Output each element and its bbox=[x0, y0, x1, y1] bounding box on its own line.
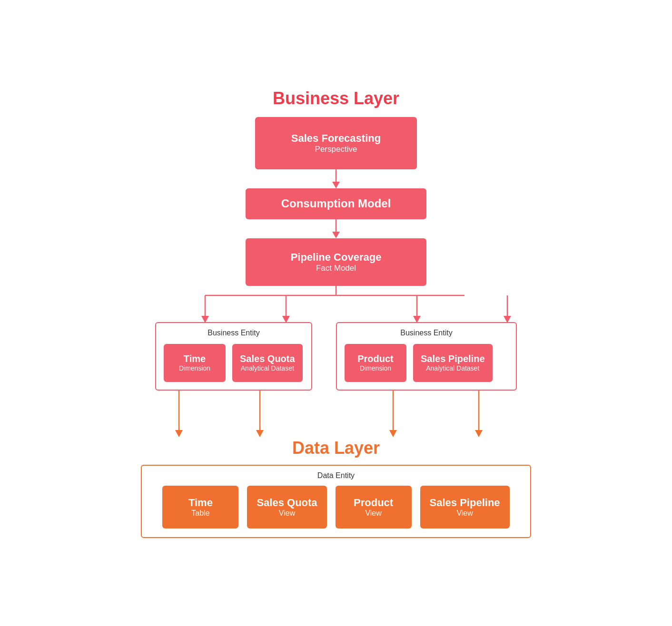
perspective-box: Sales Forecasting Perspective bbox=[255, 117, 417, 169]
data-entity-label: Data Entity bbox=[151, 471, 521, 480]
svg-marker-19 bbox=[256, 430, 264, 437]
data-layer-title: Data Layer bbox=[292, 438, 380, 458]
svg-marker-1 bbox=[332, 182, 340, 188]
data-entity-container: Data Entity Time Table Sales Quota View … bbox=[141, 465, 531, 538]
be-time-title: Time bbox=[184, 353, 206, 364]
be-sales-pipeline: Sales Pipeline Analytical Dataset bbox=[413, 344, 493, 382]
business-entity-row: Business Entity Time Dimension Sales Quo… bbox=[155, 322, 517, 391]
data-sales-pipeline-subtitle: View bbox=[456, 509, 473, 518]
be-sales-quota: Sales Quota Analytical Dataset bbox=[232, 344, 303, 382]
diagram: Business Layer Sales Forecasting Perspec… bbox=[74, 74, 598, 552]
be-right-label: Business Entity bbox=[400, 329, 452, 337]
data-product-subtitle: View bbox=[365, 509, 381, 518]
data-time-subtitle: Table bbox=[191, 509, 209, 518]
data-product-view: Product View bbox=[336, 486, 412, 528]
be-right-boxes: Product Dimension Sales Pipeline Analyti… bbox=[345, 344, 493, 382]
svg-marker-23 bbox=[475, 430, 483, 437]
svg-marker-21 bbox=[389, 430, 397, 437]
be-product-dimension: Product Dimension bbox=[345, 344, 406, 382]
data-entity-boxes: Time Table Sales Quota View Product View… bbox=[151, 486, 521, 528]
data-sales-quota-title: Sales Quota bbox=[257, 497, 317, 509]
be-to-data-connectors bbox=[122, 391, 550, 438]
data-sales-quota-subtitle: View bbox=[279, 509, 295, 518]
be-time-dimension: Time Dimension bbox=[164, 344, 226, 382]
be-sales-quota-subtitle: Analytical Dataset bbox=[241, 364, 294, 372]
pipeline-coverage-subtitle: Fact Model bbox=[316, 264, 356, 273]
svg-marker-17 bbox=[175, 430, 183, 437]
data-sales-quota-view: Sales Quota View bbox=[247, 486, 326, 528]
pipeline-to-be-connectors bbox=[122, 286, 550, 324]
consumption-model-box: Consumption Model bbox=[246, 188, 426, 219]
be-product-subtitle: Dimension bbox=[360, 364, 391, 372]
data-sales-pipeline-title: Sales Pipeline bbox=[430, 497, 500, 509]
be-left-label: Business Entity bbox=[208, 329, 259, 337]
be-right-container: Business Entity Product Dimension Sales … bbox=[336, 322, 517, 391]
pipeline-coverage-box: Pipeline Coverage Fact Model bbox=[246, 238, 426, 286]
perspective-subtitle: Perspective bbox=[315, 145, 357, 154]
business-layer-title: Business Layer bbox=[273, 88, 399, 108]
be-sales-pipeline-subtitle: Analytical Dataset bbox=[426, 364, 479, 372]
arrow-consumption-to-pipeline bbox=[329, 219, 343, 238]
be-product-title: Product bbox=[357, 353, 394, 364]
data-time-title: Time bbox=[188, 497, 213, 509]
data-sales-pipeline-view: Sales Pipeline View bbox=[420, 486, 510, 528]
data-product-title: Product bbox=[354, 497, 393, 509]
be-left-boxes: Time Dimension Sales Quota Analytical Da… bbox=[164, 344, 303, 382]
arrow-perspective-to-consumption bbox=[329, 169, 343, 188]
be-time-subtitle: Dimension bbox=[179, 364, 210, 372]
svg-marker-3 bbox=[332, 232, 340, 238]
perspective-title: Sales Forecasting bbox=[291, 132, 381, 145]
be-sales-pipeline-title: Sales Pipeline bbox=[421, 353, 485, 364]
be-left-container: Business Entity Time Dimension Sales Quo… bbox=[155, 322, 312, 391]
consumption-model-title: Consumption Model bbox=[281, 197, 391, 210]
data-time-table: Time Table bbox=[162, 486, 238, 528]
pipeline-coverage-title: Pipeline Coverage bbox=[291, 251, 382, 264]
be-sales-quota-title: Sales Quota bbox=[240, 353, 295, 364]
